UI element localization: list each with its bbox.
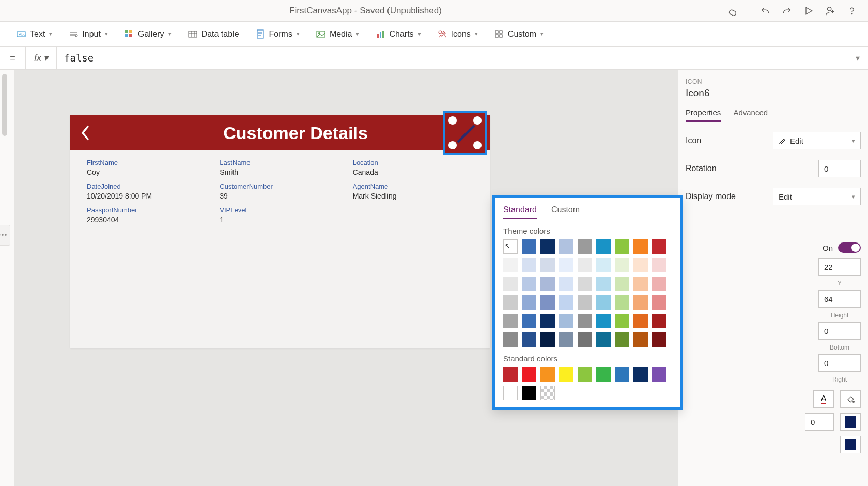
color-swatch[interactable] <box>540 314 555 328</box>
color-swatch[interactable] <box>522 367 536 382</box>
color-swatch[interactable] <box>559 332 574 347</box>
ribbon-input[interactable]: Input▾ <box>69 29 108 39</box>
color-swatch[interactable] <box>503 258 518 272</box>
color-swatch[interactable] <box>503 386 518 400</box>
color-swatch[interactable] <box>652 239 667 254</box>
color-swatch[interactable] <box>596 239 611 254</box>
color-swatch[interactable] <box>559 314 574 328</box>
color-swatch[interactable] <box>652 367 667 382</box>
prop-y-input[interactable] <box>818 258 861 276</box>
ribbon-datatable[interactable]: Data table <box>188 29 239 39</box>
color-swatch[interactable] <box>559 258 574 272</box>
prop-display-select[interactable]: Edit ▾ <box>773 188 861 205</box>
expand-tree-handle[interactable]: ••• <box>0 225 10 246</box>
ribbon-custom[interactable]: Custom▾ <box>494 29 544 39</box>
color-swatch[interactable] <box>540 332 555 347</box>
color-swatch[interactable] <box>559 295 574 310</box>
fill-color-button[interactable] <box>840 390 861 408</box>
focus-border-color-button[interactable] <box>840 436 861 453</box>
prop-bottom-input[interactable] <box>818 322 861 340</box>
color-swatch[interactable] <box>652 258 667 272</box>
color-swatch[interactable] <box>578 332 592 347</box>
colorpicker-tab-standard[interactable]: Standard <box>503 205 537 219</box>
font-color-button[interactable]: A <box>813 390 834 408</box>
color-swatch[interactable] <box>559 367 574 382</box>
color-swatch[interactable] <box>633 332 648 347</box>
prop-icon-select[interactable]: Edit ▾ <box>773 132 861 149</box>
scrollbar[interactable] <box>2 74 7 136</box>
color-swatch[interactable] <box>652 314 667 328</box>
color-swatch[interactable] <box>652 332 667 347</box>
ribbon-forms[interactable]: Forms▾ <box>256 29 300 39</box>
color-swatch[interactable] <box>615 239 629 254</box>
formula-input[interactable]: false <box>57 52 847 64</box>
color-swatch[interactable] <box>522 258 536 272</box>
color-swatch[interactable] <box>522 239 536 254</box>
selected-icon-edit[interactable] <box>443 111 487 155</box>
color-swatch[interactable] <box>522 277 536 291</box>
color-swatch[interactable] <box>503 332 518 347</box>
undo-icon[interactable] <box>760 5 771 17</box>
color-swatch[interactable] <box>578 277 592 291</box>
color-swatch[interactable] <box>578 239 592 254</box>
color-swatch[interactable] <box>578 314 592 328</box>
color-swatch[interactable] <box>503 295 518 310</box>
ribbon-charts[interactable]: Charts▾ <box>376 29 421 39</box>
color-swatch[interactable] <box>522 314 536 328</box>
color-swatch[interactable] <box>615 295 629 310</box>
color-swatch[interactable] <box>633 295 648 310</box>
help-icon[interactable] <box>846 5 858 17</box>
color-swatch[interactable] <box>596 332 611 347</box>
color-swatch[interactable] <box>615 367 629 382</box>
color-swatch[interactable] <box>578 367 592 382</box>
color-swatch[interactable] <box>596 295 611 310</box>
color-swatch[interactable] <box>596 277 611 291</box>
visible-toggle[interactable] <box>838 242 861 253</box>
color-swatch[interactable] <box>559 239 574 254</box>
ribbon-gallery[interactable]: Gallery▾ <box>125 29 172 39</box>
color-swatch[interactable] <box>633 314 648 328</box>
color-swatch[interactable] <box>559 277 574 291</box>
color-swatch[interactable] <box>596 367 611 382</box>
color-swatch[interactable] <box>578 258 592 272</box>
color-swatch[interactable] <box>652 277 667 291</box>
ribbon-media[interactable]: Media▾ <box>316 29 360 39</box>
formula-expand-icon[interactable]: ▾ <box>847 53 868 63</box>
share-icon[interactable] <box>825 5 836 17</box>
prop-border-width[interactable] <box>805 413 834 431</box>
color-swatch[interactable] <box>596 258 611 272</box>
color-swatch[interactable] <box>633 258 648 272</box>
ribbon-text[interactable]: Abc Text▾ <box>17 29 52 39</box>
ribbon-icons[interactable]: Icons▾ <box>438 29 478 39</box>
color-swatch[interactable] <box>633 277 648 291</box>
tab-advanced[interactable]: Advanced <box>733 108 768 122</box>
color-swatch[interactable] <box>615 314 629 328</box>
color-swatch[interactable] <box>540 277 555 291</box>
border-color-button[interactable] <box>840 413 861 431</box>
prop-height-input[interactable] <box>818 290 861 308</box>
color-swatch[interactable] <box>652 295 667 310</box>
color-swatch[interactable] <box>503 367 518 382</box>
color-swatch[interactable] <box>633 367 648 382</box>
formula-fx-button[interactable]: fx ▾ <box>26 47 57 69</box>
prop-right-input[interactable] <box>818 354 861 372</box>
redo-icon[interactable] <box>781 5 793 17</box>
colorpicker-tab-custom[interactable]: Custom <box>551 205 580 219</box>
color-swatch[interactable] <box>522 332 536 347</box>
color-swatch[interactable] <box>540 295 555 310</box>
color-swatch[interactable]: ↖ <box>503 239 518 254</box>
color-swatch[interactable] <box>615 332 629 347</box>
color-swatch[interactable] <box>503 277 518 291</box>
color-swatch[interactable] <box>540 386 555 400</box>
diagnostics-icon[interactable] <box>727 5 738 17</box>
color-swatch[interactable] <box>596 314 611 328</box>
color-swatch[interactable] <box>633 239 648 254</box>
play-icon[interactable] <box>803 5 814 17</box>
color-swatch[interactable] <box>540 239 555 254</box>
color-swatch[interactable] <box>578 295 592 310</box>
prop-rotation-input[interactable] <box>818 160 861 177</box>
color-swatch[interactable] <box>522 295 536 310</box>
back-icon[interactable] <box>70 124 101 142</box>
color-swatch[interactable] <box>615 277 629 291</box>
color-swatch[interactable] <box>503 314 518 328</box>
